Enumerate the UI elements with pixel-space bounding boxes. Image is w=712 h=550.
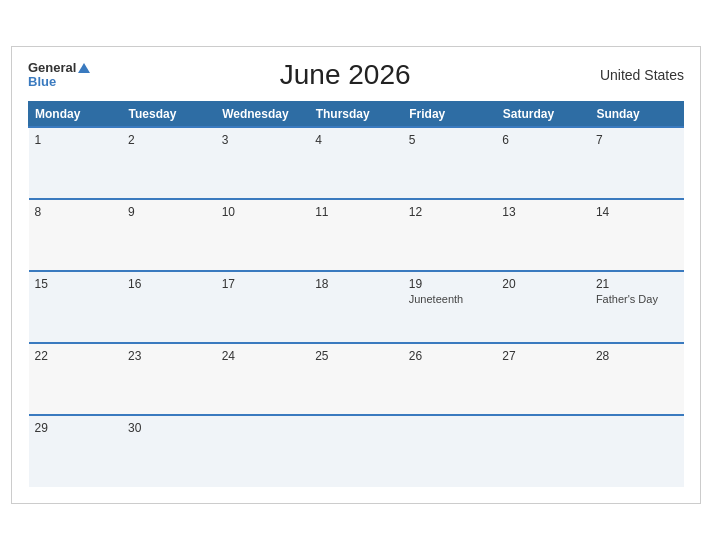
day-number: 27	[502, 349, 584, 363]
day-cell-5-5	[403, 415, 497, 487]
day-cell-2-6: 13	[496, 199, 590, 271]
day-number: 21	[596, 277, 678, 291]
weekday-header-row: Monday Tuesday Wednesday Thursday Friday…	[29, 102, 684, 128]
calendar-header: General Blue June 2026 United States	[28, 59, 684, 91]
header-sunday: Sunday	[590, 102, 684, 128]
day-number: 12	[409, 205, 491, 219]
day-cell-3-4: 18	[309, 271, 403, 343]
logo-triangle-icon	[78, 63, 90, 73]
day-cell-4-5: 26	[403, 343, 497, 415]
header-saturday: Saturday	[496, 102, 590, 128]
day-number: 2	[128, 133, 210, 147]
event-label: Father's Day	[596, 293, 678, 305]
day-number: 14	[596, 205, 678, 219]
day-cell-2-2: 9	[122, 199, 216, 271]
day-cell-1-4: 4	[309, 127, 403, 199]
day-number: 28	[596, 349, 678, 363]
day-number: 22	[35, 349, 117, 363]
day-number: 5	[409, 133, 491, 147]
day-cell-2-5: 12	[403, 199, 497, 271]
calendar-region: United States	[600, 67, 684, 83]
day-number: 23	[128, 349, 210, 363]
calendar-grid: Monday Tuesday Wednesday Thursday Friday…	[28, 101, 684, 487]
day-cell-4-4: 25	[309, 343, 403, 415]
header-monday: Monday	[29, 102, 123, 128]
day-number: 30	[128, 421, 210, 435]
logo-general-text: General	[28, 61, 90, 75]
day-number: 10	[222, 205, 304, 219]
day-number: 8	[35, 205, 117, 219]
day-number: 20	[502, 277, 584, 291]
day-number: 11	[315, 205, 397, 219]
day-number: 9	[128, 205, 210, 219]
header-tuesday: Tuesday	[122, 102, 216, 128]
day-cell-4-2: 23	[122, 343, 216, 415]
day-cell-5-7	[590, 415, 684, 487]
day-number: 17	[222, 277, 304, 291]
day-cell-4-3: 24	[216, 343, 310, 415]
day-cell-1-2: 2	[122, 127, 216, 199]
day-number: 15	[35, 277, 117, 291]
day-cell-3-2: 16	[122, 271, 216, 343]
day-cell-4-6: 27	[496, 343, 590, 415]
week-row-3: 1516171819Juneteenth2021Father's Day	[29, 271, 684, 343]
calendar-container: General Blue June 2026 United States Mon…	[11, 46, 701, 504]
day-cell-3-1: 15	[29, 271, 123, 343]
day-number: 3	[222, 133, 304, 147]
day-cell-5-1: 29	[29, 415, 123, 487]
day-cell-5-4	[309, 415, 403, 487]
day-cell-2-7: 14	[590, 199, 684, 271]
day-number: 26	[409, 349, 491, 363]
day-number: 4	[315, 133, 397, 147]
day-number: 19	[409, 277, 491, 291]
day-number: 29	[35, 421, 117, 435]
day-cell-4-1: 22	[29, 343, 123, 415]
day-cell-3-3: 17	[216, 271, 310, 343]
day-cell-1-5: 5	[403, 127, 497, 199]
header-friday: Friday	[403, 102, 497, 128]
day-cell-1-6: 6	[496, 127, 590, 199]
header-wednesday: Wednesday	[216, 102, 310, 128]
week-row-2: 891011121314	[29, 199, 684, 271]
day-number: 25	[315, 349, 397, 363]
header-thursday: Thursday	[309, 102, 403, 128]
day-number: 6	[502, 133, 584, 147]
day-number: 13	[502, 205, 584, 219]
event-label: Juneteenth	[409, 293, 491, 305]
day-cell-3-5: 19Juneteenth	[403, 271, 497, 343]
day-cell-1-3: 3	[216, 127, 310, 199]
day-cell-2-1: 8	[29, 199, 123, 271]
calendar-title: June 2026	[280, 59, 411, 91]
day-number: 24	[222, 349, 304, 363]
day-cell-4-7: 28	[590, 343, 684, 415]
day-cell-5-3	[216, 415, 310, 487]
week-row-5: 2930	[29, 415, 684, 487]
day-cell-3-7: 21Father's Day	[590, 271, 684, 343]
day-cell-3-6: 20	[496, 271, 590, 343]
logo: General Blue	[28, 61, 90, 90]
day-number: 1	[35, 133, 117, 147]
day-cell-1-1: 1	[29, 127, 123, 199]
week-row-1: 1234567	[29, 127, 684, 199]
day-cell-2-4: 11	[309, 199, 403, 271]
logo-blue-text: Blue	[28, 75, 90, 89]
day-cell-1-7: 7	[590, 127, 684, 199]
day-number: 16	[128, 277, 210, 291]
day-cell-5-6	[496, 415, 590, 487]
week-row-4: 22232425262728	[29, 343, 684, 415]
day-number: 7	[596, 133, 678, 147]
day-cell-2-3: 10	[216, 199, 310, 271]
day-cell-5-2: 30	[122, 415, 216, 487]
day-number: 18	[315, 277, 397, 291]
